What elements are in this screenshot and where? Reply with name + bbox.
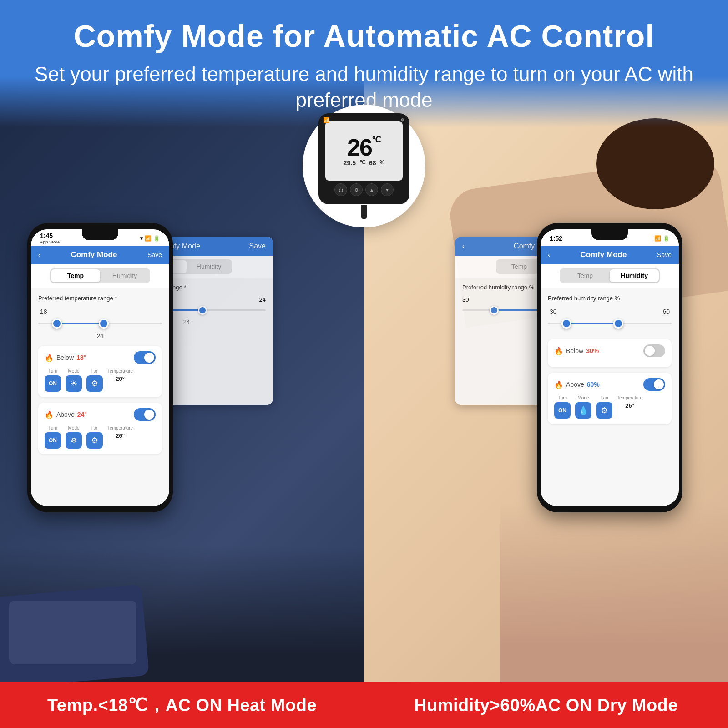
phone-right-above-card: 🔥 Above 60% Turn [548,373,672,424]
phone-left-save[interactable]: Save [147,251,162,258]
phone-right-below-card: 🔥 Below 30% [548,339,672,367]
phone-right-above-temp: 26° [625,402,634,409]
phone-left-below-toggle[interactable] [134,351,156,364]
bottom-text-right: Humidity>60%AC ON Dry Mode [414,696,678,715]
phone-left-below-turn[interactable]: ON [45,375,61,392]
phone-left-above-card: 🔥 Above 24° Turn [38,403,162,454]
phone-left-thumb-min[interactable] [52,318,62,329]
phone-left-range-values: 18 [38,308,162,315]
bottom-labels: Temp.<18℃，AC ON Heat Mode Humidity>60%AC… [0,682,728,728]
phone-left-app-header: ‹ Comfy Mode Save [31,246,169,264]
phone-left-range-label: Preferred temperature range * [38,295,162,302]
phone-right-save[interactable]: Save [657,251,672,258]
bottom-label-right: Humidity>60%AC ON Dry Mode [364,682,728,728]
device-small-readings: 29.5 ℃ 68 % [344,159,385,167]
phone-right: 1:52 📶 🔋 ‹ Comfy Mode Save Temp H [537,223,701,512]
tab-right-temp[interactable]: Temp [561,269,610,282]
phone-right-screen: 1:52 📶 🔋 ‹ Comfy Mode Save Temp H [541,229,679,506]
device-temp: 26 [347,136,372,159]
phone-left-time: 1:45 [40,232,60,240]
phone-left-above-fan[interactable]: ⚙ [86,432,103,449]
phone-right-above-toggle[interactable] [643,378,665,391]
device-body: 📶 ❄ 26 ℃ 29.5 ℃ 68 % ⏻ ⚙ ▲ ▼ [318,113,410,204]
phone-left-content: Preferred temperature range * 18 24 [31,288,169,506]
phone-right-title: Comfy Mode [580,250,627,259]
phones-area: 1:45 App Store ▾ 📶 🔋 ‹ Comfy Mode Save [0,223,728,512]
phone-right-thumb-min[interactable] [561,318,571,329]
phone-left-back[interactable]: ‹ [38,251,40,258]
phone-left-status-icons: ▾ 📶 🔋 [140,235,160,242]
phone-right-status-icons: 📶 🔋 [654,235,670,242]
main-title: Comfy Mode for Automatic AC Control [0,18,728,54]
phone-right-above-turn[interactable]: ON [554,402,571,419]
bottom-text-left: Temp.<18℃，AC ON Heat Mode [47,694,317,717]
phone-left: 1:45 App Store ▾ 📶 🔋 ‹ Comfy Mode Save [27,223,191,512]
phone-left-slider[interactable] [38,318,162,329]
phone-left-below-temp: 20° [116,375,125,382]
phone-left-above-mode[interactable]: ❄ [66,432,82,449]
phone-left-below-fan[interactable]: ⚙ [86,375,103,392]
phone-left-tabs: Temp Humidity [31,264,169,288]
device-screen: 26 ℃ 29.5 ℃ 68 % [325,121,403,181]
bottom-label-left: Temp.<18℃，AC ON Heat Mode [0,682,364,728]
phone-right-back[interactable]: ‹ [548,251,550,258]
phone-left-slider-max: 24 [38,333,162,339]
phone-right-range-label: Preferred humidity range % [548,295,672,302]
tab-right-humidity[interactable]: Humidity [610,269,659,282]
phone-left-thumb-max[interactable] [99,318,109,329]
phone-left-above-temp: 26° [116,432,125,439]
phone-left-above-turn[interactable]: ON [45,432,61,449]
phone-right-tabs: Temp Humidity [541,264,679,288]
phone-left-outer: 1:45 App Store ▾ 📶 🔋 ‹ Comfy Mode Save [27,223,173,512]
device-buttons: ⏻ ⚙ ▲ ▼ [334,183,394,196]
phone-right-time: 1:52 [550,235,562,242]
phone-right-content: Preferred humidity range % 30 60 [541,288,679,506]
phone-left-screen: 1:45 App Store ▾ 📶 🔋 ‹ Comfy Mode Save [31,229,169,506]
device-circle: 📶 ❄ 26 ℃ 29.5 ℃ 68 % ⏻ ⚙ ▲ ▼ [303,105,425,228]
tab-left-temp[interactable]: Temp [51,269,100,282]
phone-right-app-header: ‹ Comfy Mode Save [541,246,679,264]
phone-right-range-values: 30 60 [548,308,672,315]
device-stand [361,205,367,219]
phone-right-thumb-max[interactable] [613,318,623,329]
phone-left-title: Comfy Mode [71,250,117,259]
phone-right-above-mode[interactable]: 💧 [575,402,592,419]
phone-right-notch [592,229,628,240]
phone-right-slider[interactable] [548,318,672,329]
device-unit: ℃ [372,136,381,144]
phone-right-above-fan[interactable]: ⚙ [596,402,612,419]
phone-left-above-toggle[interactable] [134,408,156,421]
phone-left-below-mode[interactable]: ☀ [66,375,82,392]
phone-right-outer: 1:52 📶 🔋 ‹ Comfy Mode Save Temp H [537,223,682,512]
phone-left-below-card: 🔥 Below 18° Turn [38,346,162,397]
tab-left-humidity[interactable]: Humidity [100,269,149,282]
phone-left-notch [82,229,118,240]
phone-right-below-toggle[interactable] [643,344,665,357]
